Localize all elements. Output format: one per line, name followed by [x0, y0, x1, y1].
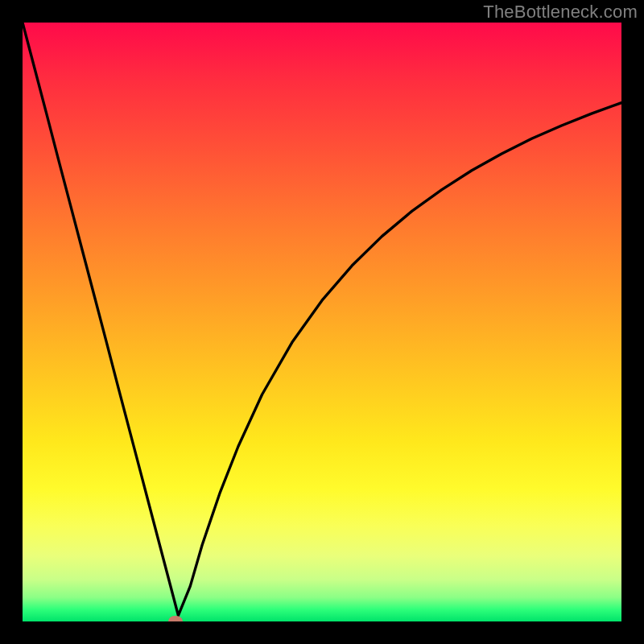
- optimal-point-marker: [168, 616, 183, 621]
- curve-path: [23, 23, 621, 616]
- chart-frame: TheBottleneck.com: [0, 0, 644, 644]
- bottleneck-curve: [23, 23, 621, 621]
- plot-area: [23, 23, 621, 621]
- watermark-text: TheBottleneck.com: [483, 2, 638, 23]
